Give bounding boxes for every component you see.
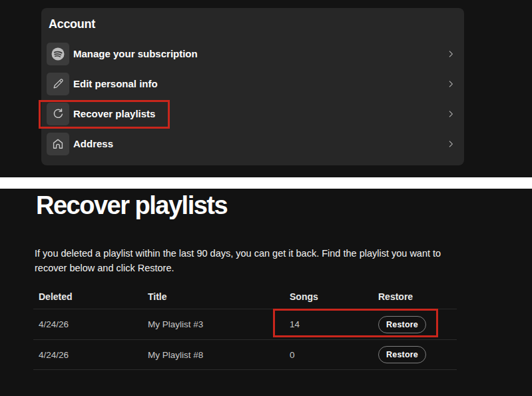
table-row: 4/24/26 My Playlist #8 0 Restore — [33, 339, 457, 370]
menu-item-recover-playlists[interactable]: Recover playlists — [41, 99, 464, 129]
column-header-deleted: Deleted — [33, 291, 148, 302]
page: Account Manage your subscription — [0, 0, 532, 396]
cell-deleted-date: 4/24/26 — [33, 350, 148, 360]
account-panel: Account Manage your subscription — [41, 8, 464, 165]
section-divider-band — [0, 177, 532, 189]
recover-playlists-table: Deleted Title Songs Restore 4/24/26 My P… — [33, 285, 457, 370]
recover-playlists-section: Recover playlists If you deleted a playl… — [0, 189, 532, 396]
menu-item-edit-personal-info[interactable]: Edit personal info — [41, 69, 464, 99]
restore-button[interactable]: Restore — [378, 316, 426, 333]
cell-playlist-title: My Playlist #8 — [148, 350, 288, 360]
home-icon — [47, 133, 69, 155]
chevron-right-icon — [446, 139, 455, 149]
menu-item-label: Edit personal info — [73, 78, 158, 89]
page-title: Recover playlists — [36, 191, 227, 220]
chevron-right-icon — [446, 49, 455, 59]
cell-deleted-date: 4/24/26 — [33, 319, 148, 329]
column-header-restore: Restore — [378, 291, 457, 302]
cell-playlist-title: My Playlist #3 — [148, 319, 288, 329]
table-row: 4/24/26 My Playlist #3 14 Restore — [33, 309, 457, 339]
account-menu: Manage your subscription — [41, 39, 464, 159]
column-header-songs: Songs — [288, 291, 378, 302]
cell-song-count: 0 — [288, 350, 378, 360]
menu-item-address[interactable]: Address — [41, 129, 464, 159]
account-panel-title: Account — [49, 17, 95, 31]
chevron-right-icon — [446, 79, 455, 89]
account-settings-section: Account Manage your subscription — [0, 0, 532, 177]
menu-item-label: Address — [73, 138, 113, 149]
pencil-icon — [47, 73, 69, 95]
table-header-row: Deleted Title Songs Restore — [33, 285, 457, 309]
menu-item-label: Recover playlists — [73, 108, 155, 119]
column-header-title: Title — [148, 291, 288, 302]
restore-button[interactable]: Restore — [378, 346, 426, 363]
menu-item-manage-subscription[interactable]: Manage your subscription — [41, 39, 464, 69]
cell-song-count: 14 — [288, 319, 378, 329]
refresh-icon — [47, 103, 69, 125]
page-description: If you deleted a playlist within the las… — [35, 247, 443, 275]
menu-item-label: Manage your subscription — [73, 48, 198, 59]
spotify-icon — [47, 43, 69, 65]
chevron-right-icon — [446, 109, 455, 119]
